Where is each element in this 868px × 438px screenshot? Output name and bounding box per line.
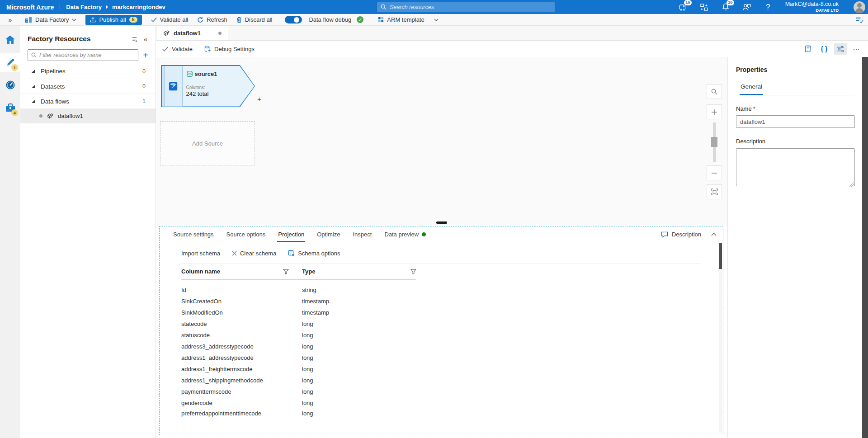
zoom-out-button[interactable] <box>707 165 722 180</box>
source1-node[interactable]: source1 Columns: 242 total <box>161 65 255 107</box>
factory-icon[interactable]: 16 <box>678 2 688 12</box>
nav-home[interactable] <box>0 30 20 49</box>
tab-source-settings[interactable]: Source settings <box>167 226 220 242</box>
resource-filter[interactable] <box>28 49 138 61</box>
tab-source-options[interactable]: Source options <box>220 226 272 242</box>
factory-building-icon <box>25 17 32 23</box>
notifications-bell-icon[interactable]: 16 <box>721 2 731 12</box>
section-count: 0 <box>142 83 146 89</box>
schema-options-button[interactable]: Schema options <box>288 250 340 257</box>
more-options-icon[interactable]: … <box>850 43 863 55</box>
add-resource-button[interactable]: + <box>143 51 148 60</box>
canvas-search-button[interactable] <box>707 84 722 99</box>
feedback-icon[interactable] <box>742 2 752 12</box>
breadcrumb-service[interactable]: Data Factory <box>66 4 102 10</box>
schema-options-icon <box>288 250 295 257</box>
search-input[interactable] <box>390 4 551 10</box>
collapse-panel-icon[interactable]: « <box>144 35 147 43</box>
tab-title: dataflow1 <box>174 30 215 37</box>
clear-schema-button[interactable]: Clear schema <box>232 250 276 257</box>
add-source-label: Add Source <box>192 140 223 147</box>
code-braces-icon[interactable]: { } <box>817 43 831 55</box>
validate-label: Validate <box>172 46 193 52</box>
filter-funnel-icon[interactable] <box>410 269 416 274</box>
gauge-icon <box>5 80 15 90</box>
publish-count-badge: 5 <box>129 17 137 23</box>
table-row[interactable]: SinkCreatedOntimestamp <box>181 296 416 307</box>
tab-inspect[interactable]: Inspect <box>346 226 378 242</box>
table-row[interactable]: address1_shippingmethodcodelong <box>181 375 416 386</box>
table-row[interactable]: address1_addresstypecodelong <box>181 352 416 363</box>
scrollbar-thumb[interactable] <box>719 243 722 269</box>
right-scroll-strip[interactable] <box>862 57 868 438</box>
collapse-sidebar-chevrons[interactable]: » <box>0 16 20 24</box>
azure-brand[interactable]: Microsoft Azure <box>6 4 54 11</box>
name-input[interactable] <box>736 115 855 128</box>
validate-button[interactable]: Validate <box>162 46 193 52</box>
table-row[interactable]: gendercodelong <box>181 397 416 409</box>
tab-dataflow1[interactable]: dataflow1 <box>156 25 228 40</box>
tree-item-dataflow1[interactable]: dataflow1 <box>20 108 156 123</box>
command-bar: » Data Factory Publish all 5 Validate al… <box>0 14 868 26</box>
node-columns-label: Columns: <box>186 85 255 90</box>
zoom-slider-thumb[interactable] <box>711 137 717 147</box>
collapse-panel-chevron-icon[interactable] <box>711 233 717 236</box>
data-preview-ready-dot <box>422 232 426 236</box>
table-row[interactable]: preferredappointmenttimecodelong <box>181 409 416 417</box>
table-row[interactable]: paymenttermscodelong <box>181 386 416 397</box>
account-block[interactable]: MarkC@data-8.co.uk DATA8 LTD <box>785 1 839 13</box>
nav-author[interactable]: 1 <box>0 53 20 72</box>
script-icon[interactable] <box>801 43 815 55</box>
description-textarea[interactable] <box>736 148 855 186</box>
tab-optimize[interactable]: Optimize <box>311 226 346 242</box>
tab-projection[interactable]: Projection <box>272 226 311 242</box>
nav-manage[interactable]: 4 <box>0 98 20 117</box>
table-row[interactable]: address3_addresstypecodelong <box>181 341 416 352</box>
import-schema-button[interactable]: Import schema <box>181 250 220 257</box>
global-search[interactable] <box>377 2 555 12</box>
table-row[interactable]: statecodelong <box>181 318 416 330</box>
switch-view-icon[interactable] <box>699 2 709 12</box>
publish-all-button[interactable]: Publish all 5 <box>85 15 142 25</box>
dataflow-debug-toggle[interactable] <box>285 16 302 24</box>
debug-settings-button[interactable]: Debug Settings <box>204 46 255 52</box>
data-factory-menu[interactable]: Data Factory <box>20 14 81 25</box>
validate-all-button[interactable]: Validate all <box>146 14 193 25</box>
table-row[interactable]: Idstring <box>181 284 416 296</box>
type-header: Type <box>302 268 392 275</box>
notifications-badge: 16 <box>726 0 734 5</box>
zoom-slider[interactable] <box>713 122 716 162</box>
nav-monitor[interactable] <box>0 75 20 94</box>
resize-grip-icon[interactable] <box>849 182 854 187</box>
resource-filter-input[interactable] <box>39 52 135 58</box>
add-transformation-button[interactable]: + <box>257 95 261 103</box>
arm-template-menu[interactable]: ARM template <box>368 14 443 25</box>
tab-general[interactable]: General <box>740 83 763 95</box>
description-button[interactable]: Description <box>661 231 701 238</box>
avatar[interactable] <box>854 1 865 13</box>
table-row[interactable]: address1_freighttermscodelong <box>181 363 416 375</box>
table-row[interactable]: statuscodelong <box>181 330 416 341</box>
breadcrumb-factory[interactable]: markcarringtondev <box>112 4 165 10</box>
panel-scrollbar[interactable] <box>719 243 722 433</box>
pending-changes-icon[interactable] <box>856 14 863 25</box>
tree-section-dataflows[interactable]: Data flows 1 <box>20 94 156 108</box>
zoom-to-fit-button[interactable] <box>707 184 722 199</box>
tab-data-preview[interactable]: Data preview <box>378 226 432 242</box>
tree-section-datasets[interactable]: Datasets 0 <box>20 79 156 94</box>
table-row[interactable]: SinkModifiedOntimestamp <box>181 307 416 318</box>
tree-section-pipelines[interactable]: Pipelines 0 <box>20 64 156 79</box>
discard-all-button[interactable]: Discard all <box>232 14 277 25</box>
settings-sliders-icon[interactable] <box>834 43 847 55</box>
help-icon[interactable]: ? <box>763 2 773 12</box>
collapse-all-icon[interactable] <box>132 36 137 42</box>
refresh-button[interactable]: Refresh <box>193 14 232 25</box>
debug-ready-check-icon: ✓ <box>357 16 363 23</box>
dataflow-icon <box>163 30 170 37</box>
dataset-db-icon <box>186 71 193 77</box>
zoom-in-button[interactable] <box>707 104 722 119</box>
panel-resize-handle[interactable] <box>436 221 447 224</box>
filter-funnel-icon[interactable] <box>283 269 302 274</box>
dataflow-canvas[interactable]: source1 Columns: 242 total + Add Source <box>156 57 727 226</box>
add-source-placeholder[interactable]: Add Source <box>160 121 255 165</box>
